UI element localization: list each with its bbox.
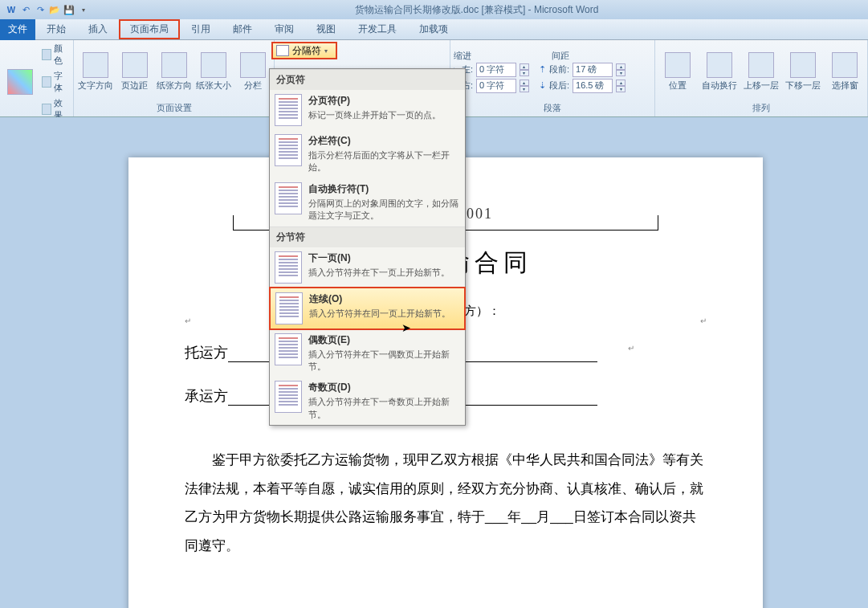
forward-icon	[748, 52, 774, 78]
backward-icon	[790, 52, 816, 78]
dd-item-next-page[interactable]: 下一页(N)插入分节符并在下一页上开始新节。	[270, 247, 465, 288]
send-backward-button[interactable]: 下移一层	[784, 52, 822, 92]
indent-left-value: 0 字符	[479, 63, 504, 75]
file-tab[interactable]: 文件	[0, 19, 35, 40]
para-mark: ↵	[700, 316, 707, 325]
rule-tick-left	[233, 215, 234, 230]
indent-right-input[interactable]: 0 字符	[476, 79, 516, 93]
tab-developer[interactable]: 开发工具	[347, 19, 408, 39]
group-arrange: 位置 自动换行 上移一层 下移一层 选择窗 排列	[655, 40, 868, 116]
window-title: 货物运输合同长期修改版.doc [兼容模式] - Microsoft Word	[90, 3, 863, 17]
position-icon	[665, 52, 691, 78]
word-icon: W	[5, 3, 18, 16]
dd-item-page-break[interactable]: 分页符(P)标记一页终止并开始下一页的点。	[270, 90, 465, 130]
dd-title: 分栏符(C)	[308, 134, 460, 148]
indent-heading: 缩进	[454, 50, 471, 62]
odd-page-icon	[275, 381, 302, 413]
breaks-button[interactable]: 分隔符 ▾	[271, 42, 337, 59]
tab-review[interactable]: 审阅	[263, 19, 305, 39]
orientation-button[interactable]: 纸张方向	[156, 52, 192, 92]
text-direction-button[interactable]: 文字方向	[77, 52, 113, 92]
group-arrange-label: 排列	[658, 101, 864, 115]
tab-page-layout[interactable]: 页面布局	[119, 19, 180, 39]
group-page-setup: 文字方向 页边距 纸张方向 纸张大小 分栏 页面设置	[74, 40, 275, 116]
ribbon-tabs: 文件 开始 插入 页面布局 引用 邮件 审阅 视图 开发工具 加载项	[0, 19, 868, 40]
group-paragraph-label: 段落	[454, 101, 651, 115]
column-break-icon	[275, 134, 302, 166]
field-consignor-label: 托运方	[185, 345, 228, 361]
dd-item-continuous[interactable]: 连续(O)插入分节符并在同一页上开始新节。	[269, 287, 466, 330]
palette-icon	[42, 49, 51, 60]
undo-icon[interactable]: ↶	[19, 3, 32, 16]
dd-desc: 插入分节符并在同一页上开始新节。	[309, 308, 459, 320]
size-icon	[201, 52, 226, 78]
para-mark: ↵	[185, 316, 191, 325]
spacing-heading: 间距	[552, 50, 569, 62]
group-paragraph: 缩进 间距 ▸ 左: 0 字符 ▴▾ ⇡ 段前: 17 磅 ▴▾ ◂ 右: 0 …	[450, 40, 655, 116]
bring-forward-button[interactable]: 上移一层	[742, 52, 780, 92]
theme-button[interactable]	[3, 69, 37, 95]
theme-colors[interactable]: 颜色	[40, 42, 70, 67]
select-icon	[832, 52, 858, 78]
indent-right-value: 0 字符	[479, 80, 504, 92]
columns-icon	[240, 52, 266, 78]
tab-references[interactable]: 引用	[180, 19, 222, 39]
dd-desc: 指示分栏符后面的文字将从下一栏开始。	[308, 149, 460, 174]
wrap-button[interactable]: 自动换行	[700, 52, 739, 92]
dd-desc: 分隔网页上的对象周围的文字，如分隔题注文字与正文。	[308, 198, 460, 222]
dd-title: 自动换行符(T)	[308, 182, 460, 196]
dd-title: 下一页(N)	[308, 251, 460, 265]
orientation-icon	[161, 52, 187, 78]
size-button[interactable]: 纸张大小	[195, 52, 231, 92]
dd-title: 分页符(P)	[308, 94, 460, 108]
dd-item-column-break[interactable]: 分栏符(C)指示分栏符后面的文字将从下一栏开始。	[270, 130, 465, 178]
select-label: 选择窗	[832, 80, 858, 92]
after-input[interactable]: 16.5 磅	[573, 79, 613, 93]
after-value: 16.5 磅	[576, 80, 604, 92]
dd-item-odd-page[interactable]: 奇数页(D)插入分节符并在下一奇数页上开始新节。	[270, 377, 465, 425]
tab-home[interactable]: 开始	[35, 19, 77, 39]
position-label: 位置	[669, 80, 687, 92]
indent-right-spinner[interactable]: ▴▾	[520, 80, 529, 92]
dd-section-page-breaks: 分页符	[270, 69, 465, 90]
dd-item-text-wrap[interactable]: 自动换行符(T)分隔网页上的对象周围的文字，如分隔题注文字与正文。	[270, 178, 465, 226]
tab-insert[interactable]: 插入	[77, 19, 119, 39]
redo-icon[interactable]: ↷	[34, 3, 47, 16]
theme-fonts[interactable]: 字体	[40, 69, 70, 95]
text-direction-icon	[83, 52, 108, 78]
indent-left-input[interactable]: 0 字符	[476, 63, 516, 77]
size-label: 纸张大小	[196, 80, 231, 92]
tab-mail[interactable]: 邮件	[222, 19, 263, 39]
indent-left-spinner[interactable]: ▴▾	[520, 63, 529, 76]
before-input[interactable]: 17 磅	[573, 63, 613, 77]
after-icon: ⇣	[539, 80, 546, 91]
before-spinner[interactable]: ▴▾	[616, 63, 626, 76]
group-page-setup-label: 页面设置	[77, 101, 271, 115]
before-label: 段前:	[549, 63, 569, 75]
columns-button[interactable]: 分栏	[234, 52, 271, 92]
backward-label: 下移一层	[785, 80, 821, 92]
dd-section-section-breaks: 分节符	[270, 226, 465, 247]
theme-fonts-label: 字体	[54, 70, 68, 94]
tab-view[interactable]: 视图	[305, 19, 347, 39]
save-icon[interactable]: 💾	[63, 3, 75, 16]
dd-desc: 标记一页终止并开始下一页的点。	[308, 109, 460, 121]
breaks-icon	[276, 45, 289, 56]
dd-item-even-page[interactable]: 偶数页(E)插入分节符并在下一偶数页上开始新节。	[270, 329, 465, 377]
next-page-icon	[275, 251, 302, 284]
dd-title: 连续(O)	[309, 292, 459, 306]
dd-title: 奇数页(D)	[308, 381, 460, 394]
tab-addins[interactable]: 加载项	[408, 19, 459, 39]
qat-more-icon[interactable]: ▾	[77, 3, 90, 16]
open-icon[interactable]: 📂	[48, 3, 61, 16]
after-spinner[interactable]: ▴▾	[616, 80, 626, 92]
font-icon	[42, 76, 51, 88]
para-mark: ↵	[628, 344, 634, 353]
selection-pane-button[interactable]: 选择窗	[825, 52, 864, 92]
wrap-icon	[707, 52, 732, 78]
orientation-label: 纸张方向	[157, 80, 192, 92]
breaks-dropdown: 分页符 分页符(P)标记一页终止并开始下一页的点。 分栏符(C)指示分栏符后面的…	[269, 68, 466, 426]
position-button[interactable]: 位置	[658, 52, 697, 92]
margins-label: 页边距	[121, 80, 148, 92]
margins-button[interactable]: 页边距	[116, 52, 153, 92]
